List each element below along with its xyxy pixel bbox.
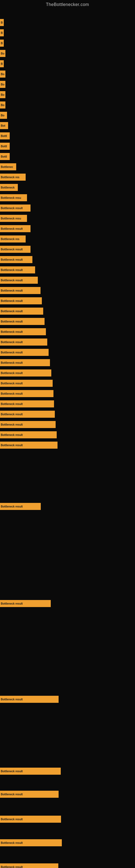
bar: Bottleneck result (0, 863, 58, 868)
bar-label: Bo (1, 52, 4, 55)
bar-row: B (0, 38, 135, 48)
bar: Bo (0, 101, 5, 108)
bar-row: Bottleneck result (0, 224, 135, 234)
bar-row: Bottl (0, 131, 135, 141)
bar-label: Bo (1, 73, 4, 76)
bar-label: Bottleneck result (1, 300, 23, 303)
bar: Bo (0, 112, 7, 119)
bar-row: Bottleneck result (0, 409, 135, 419)
bar-label: Bottl (1, 155, 7, 158)
bar: Bottleneck result (0, 267, 35, 273)
bar-row: Bottleneck result (0, 316, 135, 326)
bar-row: Bottleneck result (0, 327, 135, 337)
bar-row: Bo (0, 90, 135, 99)
bar: Bottleneck result (0, 308, 43, 315)
bar-label: B (1, 31, 3, 34)
bar-label: Bottleneck result (1, 207, 23, 210)
bar: Bottleneck res (0, 174, 26, 181)
bar-row: Bottleneck result (0, 347, 135, 357)
bar: Bottleneck result (0, 277, 38, 284)
bar-label: Bottleneck result (1, 341, 23, 344)
bar-row: Bottleneck result (0, 389, 135, 399)
bar-label: Bottleneck result (1, 351, 23, 354)
bar-row: Bottleneck result (0, 694, 135, 704)
bar-row: Bottleneck result (0, 789, 135, 799)
bar-row: Bottleneck res (0, 234, 135, 244)
bar-label: Bottleneck result (1, 320, 23, 323)
bar: Bottleneck result (0, 369, 51, 376)
bar-row: Bottleneck result (0, 337, 135, 347)
bar: Bottleneck result (0, 816, 61, 823)
bar-row: Bottleneck (0, 183, 135, 192)
bar-label: Bo (1, 114, 4, 117)
bar: Bottleneck resu (0, 215, 27, 222)
bar-label: Bottl (1, 134, 7, 137)
bar: Bo (0, 81, 5, 88)
bar: Bottleneck result (0, 400, 54, 407)
bar-row: Bottl (0, 152, 135, 161)
bar-label: Bottleneck res (1, 238, 19, 241)
bar-row: Bottleneck result (0, 766, 135, 776)
bar-row: Bottleneck result (0, 399, 135, 409)
bar: Bo (0, 70, 5, 78)
bar-row: Bottleneck resu (0, 193, 135, 203)
bar-label: Bottleneck result (1, 289, 23, 292)
bar-row: Bo (0, 49, 135, 58)
bar-row: Bo (0, 111, 135, 120)
bar: Bottl (0, 132, 10, 140)
bar-row: Bottleneck res (0, 172, 135, 182)
bar-row: Bo (0, 100, 135, 110)
bar-label: Bottleneck res (1, 176, 19, 179)
bar-label: Bottleneck result (1, 392, 23, 395)
bar: Bottleneck result (0, 839, 62, 846)
bar-row: Bottleneck result (0, 306, 135, 316)
bar: Bottleneck (0, 184, 18, 191)
bar: Bottl (0, 153, 10, 160)
bar-label: Bottleneck result (1, 403, 23, 405)
bar-label: Bo (1, 104, 4, 106)
bar-row: Bottleneck result (0, 265, 135, 275)
bar: Bottleneck result (0, 297, 42, 304)
bar: Bottleneck result (0, 328, 46, 335)
bar-row: Bottleneck result (0, 255, 135, 265)
bar: Bottleneck result (0, 380, 53, 387)
bar-row: B (0, 18, 135, 27)
bar-label: Bottleneck result (1, 227, 23, 230)
bar: Bottleneck result (0, 246, 31, 253)
bar-row: Bottleneck result (0, 244, 135, 254)
bar: Bottleneck result (0, 205, 31, 212)
bar: B (0, 40, 4, 46)
bar: Bottleneck result (0, 442, 57, 448)
bar-label: Bottleneck result (1, 361, 23, 364)
bar-row: Bot (0, 121, 135, 130)
bar-label: B (1, 62, 3, 65)
bar-label: Bottleneck resu (1, 217, 21, 220)
bar: Bottleneck result (0, 600, 51, 607)
bar-label: Bottleneck result (1, 505, 23, 508)
bar: Bottl (0, 143, 10, 150)
bar-label: Bo (1, 93, 4, 96)
bar-label: Bottleneck result (1, 413, 23, 416)
bar-label: Bottleneck result (1, 793, 23, 796)
bar: Bottleneck result (0, 503, 41, 510)
bar: Bottleneck result (0, 359, 50, 366)
bar-row: Bottleneck resu (0, 214, 135, 223)
bar-label: Bottleneck result (1, 258, 23, 261)
bar-label: Bottleneck result (1, 248, 23, 251)
bar-label: Bottleneck result (1, 602, 23, 605)
bar-label: Bottl (1, 145, 7, 148)
bar: Bottleneck result (0, 421, 56, 428)
bar-label: B (1, 21, 3, 24)
bar: B (0, 60, 4, 67)
bar-row: Bottleneck result (0, 430, 135, 440)
bar-label: Bottleneck result (1, 770, 23, 773)
bar: Bottleneck result (0, 349, 49, 356)
bar: Bo (0, 91, 5, 98)
bar-row: Bottleneck result (0, 286, 135, 296)
bar: Bottleneck resu (0, 194, 27, 201)
bar-row: Bottleneck result (0, 440, 135, 450)
bar-row: Bottleneck result (0, 838, 135, 848)
bar-label: Bottleneck result (1, 433, 23, 436)
bar: Bottleneck result (0, 256, 32, 263)
bar-label: Bottleneck result (1, 423, 23, 426)
